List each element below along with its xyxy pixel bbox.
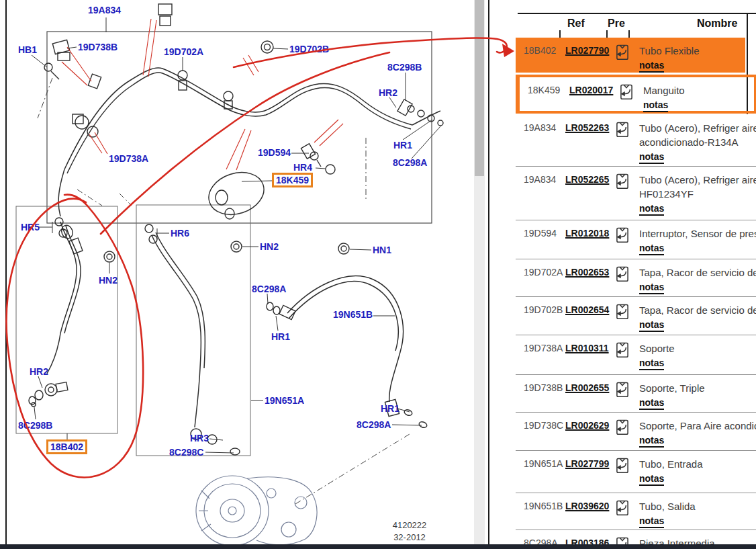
ref-link[interactable]: LR002654 <box>565 303 612 315</box>
ref-link[interactable]: LR039620 <box>565 499 612 511</box>
part-code: 19A834 <box>524 173 563 185</box>
clipboard-return-icon[interactable] <box>615 226 630 244</box>
notas-link[interactable]: notas <box>639 397 664 410</box>
panel-divider <box>488 0 489 544</box>
table-row: 19D702A LR002653 Tapa, Racor de servicio… <box>516 259 756 296</box>
part-label-8c298a-bottom: 8C298A <box>357 420 391 430</box>
diagram-footer: 4120222 32-2012 <box>383 519 436 544</box>
part-name: Tubo (Acero), Refriger aireacondicionado… <box>639 121 756 164</box>
part-name: Tubo, Entradanotas <box>639 457 756 486</box>
part-code: 18B402 <box>524 44 563 56</box>
notas-link[interactable]: notas <box>639 282 664 294</box>
part-name: Soporte, Triplenotas <box>639 381 756 410</box>
part-name: Soporte, Para Aire acondicionanotas <box>639 419 756 448</box>
notas-link[interactable]: notas <box>639 60 664 73</box>
part-label-hr1-mid: HR1 <box>271 332 290 342</box>
annotation-arrowhead <box>502 44 514 57</box>
part-label-8c298b-bottom: 8C298B <box>18 421 52 431</box>
part-name-line: acondicionado-R134A <box>639 135 756 149</box>
part-label-19d594: 19D594 <box>258 148 291 158</box>
ref-link[interactable]: LR027799 <box>565 457 612 469</box>
scrollbar-thumb[interactable] <box>475 0 484 176</box>
part-label-19d738b: 19D738B <box>78 42 117 52</box>
ref-link[interactable]: LR002629 <box>565 419 612 431</box>
notas-link[interactable]: notas <box>639 357 664 370</box>
clipboard-return-icon[interactable] <box>615 43 630 61</box>
parts-diagram <box>0 0 510 549</box>
part-name-line: Tapa, Racor de servicio de alta <box>639 265 756 280</box>
notas-link[interactable]: notas <box>639 515 664 528</box>
clipboard-return-icon[interactable] <box>615 120 630 138</box>
part-name-line: Tubo (Acero), Refriger aire acon <box>639 173 756 187</box>
clipboard-return-icon[interactable] <box>615 499 630 517</box>
part-label-hr1-bottom: HR1 <box>381 404 399 414</box>
clipboard-return-icon[interactable] <box>615 302 630 321</box>
part-name-line: Tubo Flexible <box>639 44 745 58</box>
part-code: 19N651B <box>524 499 563 511</box>
ref-link[interactable]: LR002653 <box>565 265 612 278</box>
table-row: 19N651B LR039620 Tubo, Salidanotas <box>516 493 756 530</box>
part-name: Manguitonotas <box>643 83 754 112</box>
part-code: 18K459 <box>528 83 567 95</box>
notas-link[interactable]: notas <box>639 319 664 332</box>
part-code: 19N651A <box>524 457 563 469</box>
part-label-19n651b: 19N651B <box>333 310 373 320</box>
notas-link[interactable]: notas <box>639 151 664 164</box>
part-label-hn2-mid: HN2 <box>260 242 279 252</box>
part-name: Soportenotas <box>639 341 756 370</box>
part-code: 19A834 <box>524 121 563 133</box>
part-code: 19D738C <box>524 419 563 431</box>
table-header: Ref Pre Nombre <box>516 0 756 38</box>
part-label-19a834: 19A834 <box>88 5 121 15</box>
part-label-8c298c: 8C298C <box>169 448 203 458</box>
part-name: Tubo Flexiblenotas <box>639 44 745 73</box>
notas-link[interactable]: notas <box>639 243 664 255</box>
vertical-scrollbar[interactable] <box>474 0 485 544</box>
table-row: 19D738A LR010311 Soportenotas <box>516 335 756 374</box>
part-name-line: Soporte <box>639 341 756 355</box>
part-label-hr3: HR3 <box>190 433 209 444</box>
ref-link[interactable]: LR052263 <box>565 121 612 133</box>
clipboard-return-icon[interactable] <box>615 418 630 436</box>
table-row: 19D594 LR012018 Interruptor, Sensor de p… <box>516 220 756 259</box>
part-label-hr5: HR5 <box>21 222 40 233</box>
part-label-19d702b: 19D702B <box>289 44 329 54</box>
part-name: Tapa, Racor de servicio de altanotas <box>639 265 756 294</box>
column-header-pre: Pre <box>608 17 625 30</box>
ref-link[interactable]: LR052265 <box>565 173 612 185</box>
part-code: 19D738B <box>524 381 563 393</box>
ref-link[interactable]: LR002655 <box>565 381 612 393</box>
column-header-nombre: Nombre <box>697 17 737 30</box>
part-name: Tubo, Salidanotas <box>639 499 756 528</box>
ref-link[interactable]: LR020017 <box>569 83 616 95</box>
clipboard-return-icon[interactable] <box>615 456 630 474</box>
part-name-line: Tapa, Racor de servicio de baja <box>639 303 756 317</box>
part-label-8c298b-top: 8C298B <box>387 62 422 73</box>
ref-link[interactable]: LR012018 <box>565 226 612 239</box>
part-code: 19D702B <box>524 303 563 315</box>
ref-link[interactable]: LR010311 <box>565 341 612 353</box>
notas-link[interactable]: notas <box>639 203 664 216</box>
ref-link[interactable]: LR027790 <box>565 44 612 56</box>
notas-link[interactable]: notas <box>639 473 664 486</box>
table-row: 19D702B LR002654 Tapa, Racor de servicio… <box>516 296 756 335</box>
clipboard-return-icon[interactable] <box>615 172 630 190</box>
parts-table: Ref Pre Nombre 18B402 LR027790 Tubo Flex… <box>516 0 756 549</box>
part-code: 19D702A <box>524 265 563 278</box>
column-header-ref: Ref <box>567 17 585 30</box>
table-row: 19A834 LR052263 Tubo (Acero), Refriger a… <box>516 115 756 166</box>
part-name-line: Soporte, Triple <box>639 381 756 395</box>
part-name-line: Interruptor, Sensor de presión <box>639 226 756 241</box>
notas-link[interactable]: notas <box>639 435 664 448</box>
notas-link[interactable]: notas <box>643 99 668 112</box>
clipboard-return-icon[interactable] <box>615 265 630 283</box>
table-row: 18B402 LR027790 Tubo Flexiblenotas <box>516 38 745 73</box>
clipboard-return-icon[interactable] <box>615 380 630 398</box>
clipboard-return-icon[interactable] <box>619 83 634 101</box>
diagram-date: 32-2012 <box>383 532 436 544</box>
clipboard-return-icon[interactable] <box>615 341 630 359</box>
table-row: 19A834 LR052265 Tubo (Acero), Refriger a… <box>516 166 756 220</box>
part-label-hn2-left: HN2 <box>99 276 117 286</box>
part-name-line: Tubo, Salida <box>639 499 756 513</box>
part-name-line: Tubo (Acero), Refriger aire <box>639 121 756 135</box>
